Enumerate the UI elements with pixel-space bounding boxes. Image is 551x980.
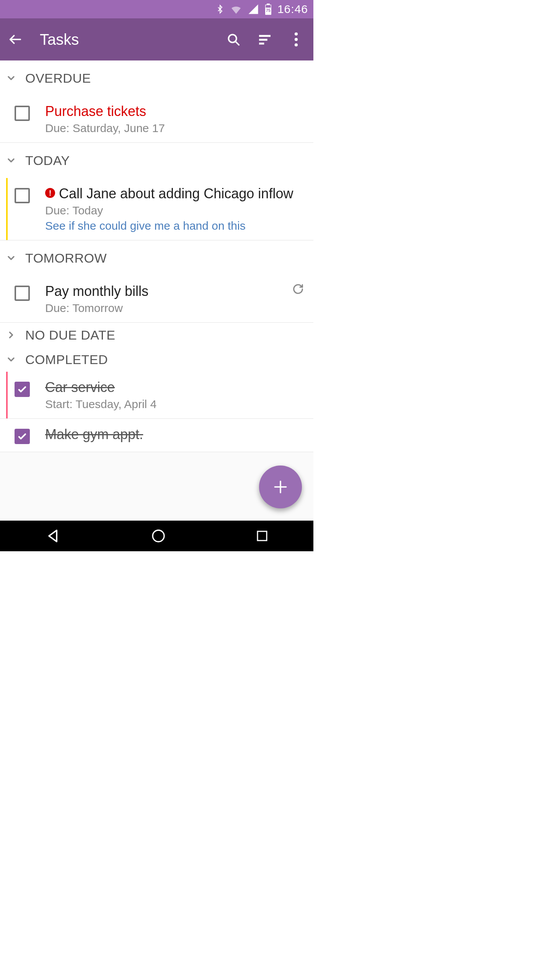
section-label: TODAY — [25, 153, 70, 168]
svg-point-8 — [295, 33, 298, 36]
task-item-overdue-0[interactable]: Purchase tickets Due: Saturday, June 17 — [0, 96, 313, 143]
priority-accent — [6, 178, 8, 240]
alert-icon: ! — [45, 188, 55, 198]
sort-button[interactable] — [257, 31, 273, 47]
page-title: Tasks — [40, 31, 225, 48]
svg-rect-1 — [267, 3, 270, 5]
battery-icon: 75 — [264, 3, 272, 15]
svg-point-10 — [295, 43, 298, 46]
task-subtitle: Due: Saturday, June 17 — [45, 122, 306, 135]
category-accent — [6, 372, 8, 418]
task-title: Car service — [45, 379, 306, 395]
wifi-icon — [230, 3, 242, 15]
svg-point-11 — [153, 530, 164, 542]
app-bar: Tasks — [0, 18, 313, 60]
svg-point-9 — [295, 38, 298, 41]
app-bar-actions — [225, 31, 304, 47]
section-header-today[interactable]: TODAY — [0, 143, 313, 178]
nav-back-button[interactable] — [45, 528, 62, 544]
chevron-down-icon — [5, 354, 17, 365]
section-label: OVERDUE — [25, 71, 91, 86]
checkbox[interactable] — [15, 188, 30, 203]
task-item-completed-1[interactable]: Make gym appt. — [0, 419, 313, 452]
section-header-tomorrow[interactable]: TOMORROW — [0, 240, 313, 276]
nav-home-button[interactable] — [151, 528, 166, 544]
task-item-completed-0[interactable]: Car service Start: Tuesday, April 4 — [0, 372, 313, 419]
chevron-down-icon — [5, 252, 17, 264]
task-title: Make gym appt. — [45, 426, 306, 443]
task-item-today-0[interactable]: ! Call Jane about adding Chicago inflow … — [0, 178, 313, 240]
svg-text:75: 75 — [266, 8, 271, 13]
status-bar: 75 16:46 — [0, 0, 313, 18]
back-button[interactable] — [6, 30, 24, 49]
recurring-icon — [290, 283, 306, 315]
svg-rect-6 — [259, 39, 267, 41]
task-subtitle: Due: Tomorrow — [45, 302, 290, 315]
nav-recents-button[interactable] — [255, 529, 269, 543]
task-title: Purchase tickets — [45, 103, 306, 119]
section-header-nodue[interactable]: NO DUE DATE — [0, 323, 313, 347]
task-note: See if she could give me a hand on this — [45, 219, 306, 232]
system-nav-bar — [0, 521, 313, 551]
search-button[interactable] — [225, 31, 241, 47]
svg-rect-2 — [266, 5, 271, 8]
section-header-completed[interactable]: COMPLETED — [0, 347, 313, 372]
clock-text: 16:46 — [277, 3, 308, 16]
task-subtitle: Due: Today — [45, 204, 306, 217]
section-label: NO DUE DATE — [25, 328, 115, 343]
checkbox[interactable] — [15, 286, 30, 301]
svg-rect-12 — [258, 531, 267, 541]
task-item-tomorrow-0[interactable]: Pay monthly bills Due: Tomorrow — [0, 276, 313, 323]
add-task-fab[interactable] — [259, 466, 302, 508]
checkbox-checked[interactable] — [15, 382, 30, 397]
task-title: Pay monthly bills — [45, 283, 290, 299]
chevron-right-icon — [5, 329, 17, 341]
svg-rect-5 — [259, 35, 271, 37]
bluetooth-icon — [215, 3, 225, 15]
chevron-down-icon — [5, 155, 17, 166]
task-subtitle: Start: Tuesday, April 4 — [45, 398, 306, 411]
overflow-menu-button[interactable] — [288, 31, 304, 47]
section-header-overdue[interactable]: OVERDUE — [0, 60, 313, 96]
task-list: OVERDUE Purchase tickets Due: Saturday, … — [0, 60, 313, 452]
section-label: COMPLETED — [25, 352, 108, 367]
svg-rect-7 — [259, 42, 264, 44]
chevron-down-icon — [5, 72, 17, 84]
task-title-text: Call Jane about adding Chicago inflow — [59, 186, 293, 202]
task-title: ! Call Jane about adding Chicago inflow — [45, 186, 306, 202]
checkbox[interactable] — [15, 106, 30, 121]
cell-signal-icon — [248, 3, 259, 15]
checkbox-checked[interactable] — [15, 429, 30, 444]
section-label: TOMORROW — [25, 251, 107, 266]
